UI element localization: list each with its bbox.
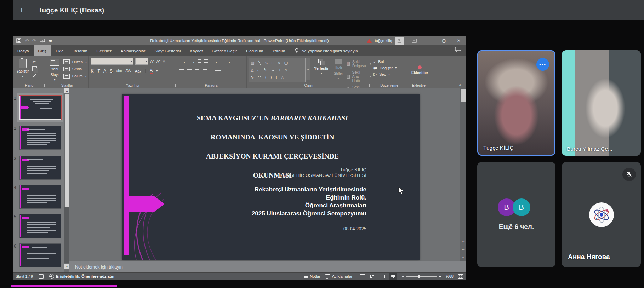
- slide-thumbnail-4[interactable]: [19, 185, 61, 209]
- zoom-out-button[interactable]: −: [402, 274, 404, 278]
- undo-icon[interactable]: ↶: [25, 39, 29, 43]
- underline-button[interactable]: A: [103, 69, 106, 74]
- quick-styles-button[interactable]: Hızlı Stiller ▾: [332, 58, 344, 82]
- layout-button[interactable]: Düzen▾: [63, 59, 87, 64]
- tab-kaydet[interactable]: Kaydet: [186, 45, 207, 56]
- minimize-button[interactable]: —: [422, 36, 437, 45]
- slideshow-view-button[interactable]: [389, 273, 397, 280]
- redo-icon[interactable]: ↷: [32, 39, 36, 43]
- shrink-font-button[interactable]: A▾: [156, 59, 161, 64]
- tab-tasarim[interactable]: Tasarım: [68, 45, 92, 56]
- strikethrough-button[interactable]: abc: [116, 69, 122, 73]
- slide-thumbnail-1[interactable]: [19, 96, 61, 120]
- paste-dropdown[interactable]: ▾: [22, 75, 23, 78]
- addins-button[interactable]: Eklentiler: [410, 65, 429, 76]
- normal-view-button[interactable]: [360, 274, 365, 279]
- numbering-button[interactable]: ▾: [188, 59, 194, 64]
- increase-indent-button[interactable]: [204, 59, 208, 63]
- thumbnail-scrollbar[interactable]: ▲ ▼: [64, 88, 69, 272]
- tab-gozden-gecir[interactable]: Gözden Geçir: [207, 45, 241, 56]
- align-left-button[interactable]: [179, 68, 184, 72]
- tab-yardim[interactable]: Yardım: [268, 45, 290, 56]
- text-direction-button[interactable]: ▾: [225, 59, 230, 64]
- fit-slide-to-window-button[interactable]: [458, 274, 463, 279]
- paste-button[interactable]: Yapıştır ▾: [15, 58, 30, 82]
- bullets-button[interactable]: ▾: [179, 59, 185, 64]
- tell-me-box[interactable]: Ne yapmak istediğinizi söyleyin: [295, 45, 358, 56]
- zoom-slider[interactable]: − +: [402, 274, 441, 278]
- format-painter-icon[interactable]: [32, 74, 36, 78]
- slide-sorter-view-button[interactable]: [370, 274, 375, 279]
- shape-gallery[interactable]: ▤ ╲ ↘ □ ○ ▢ △ ⌐ ↳ → ↓ ⌂ ∿ ◠ ( ) { ☆: [249, 58, 306, 82]
- thumbnail-scroll-down-button[interactable]: ▼: [64, 264, 69, 269]
- collapse-ribbon-button[interactable]: ∧: [459, 83, 461, 87]
- font-color-button[interactable]: A: [150, 68, 153, 74]
- customize-qat-icon[interactable]: ≂: [49, 39, 52, 43]
- participant-tile-burcu[interactable]: Burcu Yılmaz Çe...: [562, 50, 641, 156]
- bold-button[interactable]: K: [91, 69, 94, 74]
- comments-toggle-button[interactable]: Açıklamalar: [325, 274, 352, 278]
- select-button[interactable]: ▷Seç▾: [373, 72, 397, 76]
- participant-tile-anna[interactable]: Анна Нягова: [562, 162, 641, 267]
- zoom-slider-thumb[interactable]: [418, 275, 420, 278]
- arrange-button[interactable]: Yerleştir ▾: [313, 58, 330, 82]
- font-size-combo[interactable]: ▾: [135, 58, 148, 65]
- reset-button[interactable]: Sıfırla: [63, 67, 87, 71]
- columns-button[interactable]: ▾: [215, 68, 221, 72]
- editor-scroll-down-button[interactable]: ▼: [460, 254, 466, 261]
- shape-outline-button[interactable]: Şekil Ana Hattı▾: [347, 70, 371, 83]
- account-avatar[interactable]: [395, 37, 404, 45]
- start-slideshow-icon[interactable]: [40, 39, 45, 43]
- editor-scrollbar[interactable]: ▴▴ ▾▾ ▼: [460, 88, 466, 261]
- tab-dosya[interactable]: Dosya: [13, 45, 34, 56]
- shape-fill-button[interactable]: Şekil Dolgusu▾: [347, 59, 371, 68]
- text-shadow-button[interactable]: S: [110, 69, 113, 74]
- account-name[interactable]: tuğçe kiliç: [375, 39, 392, 43]
- thumbnail-scrollbar-thumb[interactable]: [65, 94, 69, 207]
- replace-button[interactable]: ⇄Değiştir▾: [373, 65, 397, 70]
- notes-pane[interactable]: Not eklemek için tıklayın: [69, 261, 466, 273]
- spellcheck-button[interactable]: [39, 274, 44, 279]
- shape-gallery-more-button[interactable]: ≂: [306, 58, 310, 80]
- justify-button[interactable]: [203, 68, 207, 72]
- new-slide-button[interactable]: Yeni Slayt ▾: [48, 58, 61, 82]
- tab-giris[interactable]: Giriş: [34, 45, 51, 56]
- cut-icon[interactable]: ✂: [32, 59, 37, 64]
- slide-thumbnail-5[interactable]: [19, 214, 61, 238]
- decrease-indent-button[interactable]: [198, 59, 201, 63]
- tile-options-button[interactable]: •••: [536, 58, 549, 71]
- italic-button[interactable]: T: [97, 69, 100, 74]
- notes-toggle-button[interactable]: Notlar: [304, 274, 320, 278]
- slide-thumbnail-2[interactable]: [19, 126, 61, 150]
- tab-gorunum[interactable]: Görünüm: [241, 45, 268, 56]
- tab-animasyonlar[interactable]: Animasyonlar: [116, 45, 150, 56]
- tab-slayt-gosterisi[interactable]: Slayt Gösterisi: [150, 45, 185, 56]
- participant-tile-more[interactable]: B B Ещё 6 чел.: [477, 162, 555, 267]
- line-spacing-button[interactable]: ▾: [211, 59, 217, 64]
- ribbon-display-options-button[interactable]: [407, 36, 422, 45]
- zoom-in-button[interactable]: +: [439, 274, 441, 278]
- align-right-button[interactable]: [195, 68, 199, 72]
- participant-tile-tugce[interactable]: ••• Tuğçe KİLİÇ: [477, 50, 555, 156]
- close-button[interactable]: ✕: [451, 36, 466, 45]
- align-center-button[interactable]: [187, 68, 192, 72]
- save-icon[interactable]: [16, 38, 21, 43]
- editor-scrollbar-thumb[interactable]: [461, 89, 466, 102]
- reading-view-button[interactable]: [380, 274, 385, 279]
- restore-button[interactable]: ▢: [437, 36, 451, 45]
- tab-ekle[interactable]: Ekle: [51, 45, 68, 56]
- change-case-button[interactable]: Aa▾: [135, 69, 141, 73]
- character-spacing-button[interactable]: AV▾: [125, 69, 131, 73]
- previous-slide-button[interactable]: ▴▴: [460, 238, 466, 245]
- tab-gecisler[interactable]: Geçişler: [92, 45, 116, 56]
- next-slide-button[interactable]: ▾▾: [460, 246, 466, 253]
- thumbnail-scroll-up-button[interactable]: ▲: [64, 88, 69, 93]
- slide-thumbnail-3[interactable]: [19, 156, 61, 180]
- accessibility-checker[interactable]: Erişilebilirlik: Önerilere göz atın: [49, 274, 114, 279]
- grow-font-button[interactable]: A▴: [150, 59, 154, 64]
- slide-thumbnail-6[interactable]: [19, 243, 61, 267]
- slide-editor[interactable]: SEMA KAYGUSUZ’UN BARBARIN KAHKAHASI ROMA…: [122, 94, 420, 260]
- clear-formatting-button[interactable]: A: [163, 59, 165, 64]
- section-button[interactable]: Bölüm▾: [63, 74, 87, 79]
- zoom-level[interactable]: %68: [446, 274, 454, 278]
